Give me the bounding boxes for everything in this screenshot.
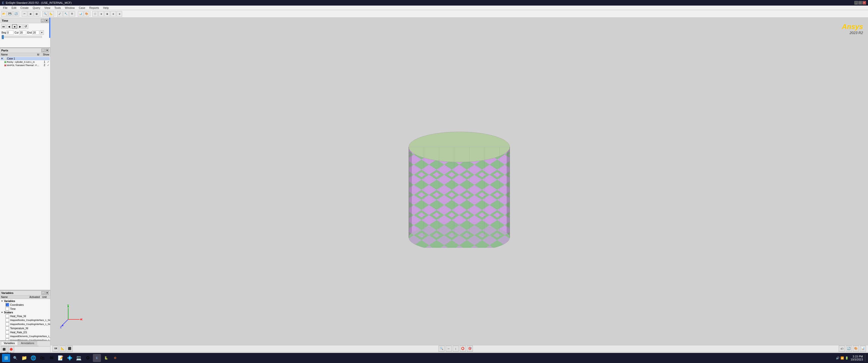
toolbar-extra3[interactable]: ◉ bbox=[104, 11, 110, 16]
var-check-heat-rate[interactable] bbox=[5, 330, 9, 334]
maximize-button[interactable]: □ bbox=[859, 1, 862, 4]
time-end-btn[interactable]: ▼ bbox=[40, 30, 44, 35]
taskbar-extra1[interactable]: 💻 bbox=[75, 354, 83, 362]
menu-file[interactable]: File bbox=[1, 5, 9, 10]
menu-help[interactable]: Help bbox=[101, 5, 111, 10]
parts-item-mapol[interactable]: ▣ MAPOL Transient Thermal : FSIN_1 Syste… bbox=[0, 64, 50, 67]
var-check-mappede1[interactable] bbox=[5, 334, 9, 338]
parts-panel-close[interactable]: ✕ bbox=[45, 48, 49, 52]
time-beg-input[interactable] bbox=[6, 31, 13, 35]
footer-icon2[interactable]: 🔴 bbox=[8, 346, 14, 353]
vp-tool-measure[interactable]: 📐 bbox=[60, 345, 66, 352]
vp-tool-palette[interactable]: 🎨 bbox=[853, 345, 859, 352]
toolbar-color[interactable]: 🎨 bbox=[84, 11, 89, 16]
taskbar-notepad[interactable]: 📝 bbox=[57, 354, 65, 362]
menu-case[interactable]: Case bbox=[77, 5, 87, 10]
toolbar-extra4[interactable]: ⬖ bbox=[111, 11, 116, 16]
minimize-button[interactable]: _ bbox=[855, 1, 858, 4]
parts-panel-minimize[interactable]: _ bbox=[41, 48, 45, 52]
taskbar-ensight[interactable]: E bbox=[93, 354, 101, 362]
toolbar-save[interactable]: 💾 bbox=[7, 11, 12, 16]
parts-case-icon: ⬜ bbox=[3, 57, 6, 60]
var-check-mapped1[interactable] bbox=[5, 318, 9, 322]
time-prev-btn[interactable]: ◀ bbox=[6, 24, 11, 29]
close-button[interactable]: ✕ bbox=[863, 1, 866, 4]
footer-icon1[interactable]: ⬛ bbox=[1, 346, 7, 353]
var-check-temp-ni[interactable] bbox=[5, 326, 9, 330]
var-group-variables[interactable]: ▼ Variables bbox=[0, 299, 50, 303]
parts-item-case1[interactable]: ▼ ⬜ Case 1 bbox=[0, 57, 50, 60]
vp-tool-rotate[interactable]: 🔄 bbox=[846, 345, 852, 352]
toolbar-extra5[interactable]: ⬗ bbox=[117, 11, 122, 16]
vp-tool-target[interactable]: 🎯 bbox=[467, 345, 473, 352]
vp-tool-chart2[interactable]: 📊 bbox=[860, 345, 866, 352]
menu-tools[interactable]: Tools bbox=[52, 5, 63, 10]
taskbar-mechanical[interactable]: ⚙ bbox=[111, 354, 119, 362]
var-check-mappede2[interactable] bbox=[5, 338, 9, 340]
vp-tool-vt[interactable]: ↕ bbox=[453, 345, 459, 352]
toolbar-measure[interactable]: 📐 bbox=[49, 11, 54, 16]
menu-edit[interactable]: Edit bbox=[9, 5, 19, 10]
variables-panel-close[interactable]: ✕ bbox=[45, 291, 49, 295]
toolbar-paste[interactable]: ▦ bbox=[34, 11, 39, 16]
taskbar-store[interactable]: 🛍 bbox=[38, 354, 46, 362]
var-check-time[interactable] bbox=[5, 307, 9, 310]
vp-tool-label[interactable]: 🏷 bbox=[839, 345, 845, 352]
toolbar-settings[interactable]: 🔧 bbox=[63, 11, 69, 16]
time-first-btn[interactable]: ⏮ bbox=[1, 24, 6, 29]
time-stop-btn[interactable]: ■ bbox=[12, 24, 17, 29]
toolbar-open[interactable]: 📂 bbox=[1, 11, 6, 16]
taskbar-edge[interactable]: 🌐 bbox=[29, 354, 37, 362]
tab-annotations[interactable]: Annotations bbox=[18, 341, 37, 345]
time-slider-thumb[interactable] bbox=[2, 35, 4, 39]
menu-create[interactable]: Create bbox=[19, 5, 31, 10]
taskbar-explorer[interactable]: 📁 bbox=[20, 354, 28, 362]
menu-window[interactable]: Window bbox=[63, 5, 77, 10]
toolbar-extra1[interactable]: ⬡ bbox=[92, 11, 98, 16]
var-check-mapped2[interactable] bbox=[5, 322, 9, 326]
toolbar-cut[interactable]: ✂ bbox=[22, 11, 27, 16]
taskbar-extra2[interactable]: ⚙ bbox=[84, 354, 92, 362]
taskbar-python[interactable]: 🐍 bbox=[102, 354, 110, 362]
parts-item-rocky[interactable]: ▣ Rocky : cylinder_0.1x0.1_m 1 ✓ bbox=[0, 60, 50, 64]
time-slider[interactable] bbox=[1, 36, 42, 38]
time-panel-minimize[interactable]: _ bbox=[41, 19, 44, 23]
vp-tool-map[interactable]: 🗺 bbox=[53, 345, 59, 352]
time-end-label: End bbox=[27, 31, 32, 34]
vp-tool-hz[interactable]: ↔ bbox=[445, 345, 452, 352]
taskbar-search[interactable]: 🔍 bbox=[11, 354, 19, 362]
menu-view[interactable]: View bbox=[42, 5, 53, 10]
menu-reports[interactable]: Reports bbox=[87, 5, 101, 10]
toolbar-copy[interactable]: ▣ bbox=[28, 11, 33, 16]
parts-mapol-id: 2 bbox=[40, 64, 45, 67]
vp-tool-square[interactable]: ⬛ bbox=[67, 345, 73, 352]
taskbar-visual-studio[interactable]: 💠 bbox=[66, 354, 74, 362]
toolbar-chart[interactable]: 📊 bbox=[78, 11, 83, 16]
tab-variables[interactable]: Variables bbox=[1, 341, 18, 345]
var-check-heat-ni[interactable] bbox=[5, 315, 9, 318]
toolbar-zoom[interactable]: 🔍 bbox=[42, 11, 48, 16]
menu-query[interactable]: Query bbox=[31, 5, 42, 10]
toolbar-draw[interactable]: 🖊 bbox=[57, 11, 63, 16]
toolbar-reload[interactable]: 🔄 bbox=[13, 11, 19, 16]
toolbar-options[interactable]: ⚙ bbox=[69, 11, 75, 16]
time-loop-btn[interactable]: ↺ bbox=[23, 24, 28, 29]
time-cur-input[interactable] bbox=[19, 31, 26, 35]
variables-panel-minimize[interactable]: _ bbox=[41, 291, 45, 295]
viewport-3d[interactable]: Ansys 2023 R2 bbox=[51, 18, 868, 345]
time-blue-bar bbox=[49, 18, 50, 38]
toolbar-extra2[interactable]: ◈ bbox=[98, 11, 104, 16]
vp-tool-circle[interactable]: ⭕ bbox=[460, 345, 466, 352]
taskbar-mail[interactable]: ✉ bbox=[48, 354, 56, 362]
taskbar-start[interactable]: ⊞ bbox=[2, 354, 10, 362]
var-group-scalars[interactable]: ▼ Scalars bbox=[0, 311, 50, 314]
parts-rocky-name: Rocky : cylinder_0.1x0.1_m bbox=[7, 61, 40, 63]
ansys-version: 2023 R2 bbox=[842, 31, 863, 35]
vp-tool-zoom2[interactable]: 🔍 bbox=[438, 345, 444, 352]
time-panel-close[interactable]: ✕ bbox=[45, 19, 49, 23]
time-end-input[interactable] bbox=[32, 31, 39, 35]
show-desktop-btn[interactable] bbox=[865, 354, 866, 362]
var-check-coordinates[interactable]: ✓ bbox=[5, 303, 9, 306]
title-bar-buttons[interactable]: _ □ ✕ bbox=[855, 1, 866, 4]
time-play-btn[interactable]: ▶ bbox=[18, 24, 23, 29]
